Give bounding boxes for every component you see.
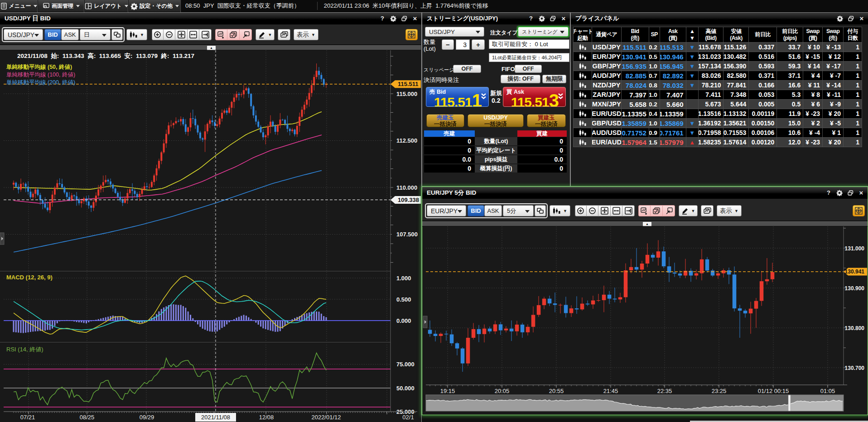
svg-text:20:05: 20:05: [495, 388, 510, 394]
svg-text:22:35: 22:35: [657, 388, 672, 394]
svg-text:115.511: 115.511: [398, 81, 419, 87]
svg-text:110.000: 110.000: [396, 184, 417, 191]
svg-text:131.000: 131.000: [845, 245, 865, 252]
svg-text:112.500: 112.500: [396, 137, 417, 144]
svg-text:115.000: 115.000: [396, 91, 417, 97]
svg-text:01/12 00:15: 01/12 00:15: [758, 388, 789, 394]
svg-text:50.000: 50.000: [396, 385, 415, 392]
svg-text:01:05: 01:05: [820, 388, 835, 394]
svg-text:2021/11/08: 2021/11/08: [201, 414, 230, 421]
svg-text:130.941: 130.941: [845, 269, 865, 275]
svg-text:107.500: 107.500: [396, 231, 418, 238]
svg-text:08/25: 08/25: [80, 414, 95, 421]
svg-text:130.700: 130.700: [845, 365, 865, 371]
svg-text:09/29: 09/29: [140, 414, 154, 421]
svg-text:109.338: 109.338: [398, 197, 419, 203]
svg-text:23:25: 23:25: [712, 388, 727, 394]
svg-text:02/1: 02/1: [402, 414, 414, 421]
svg-text:130.900: 130.900: [845, 285, 865, 292]
svg-text:1.000: 1.000: [396, 275, 411, 282]
svg-text:75.000: 75.000: [396, 361, 415, 368]
svg-text:2022/01/12: 2022/01/12: [311, 414, 341, 421]
svg-text:20:55: 20:55: [549, 388, 564, 394]
svg-text:130.800: 130.800: [845, 325, 865, 331]
svg-text:0.000: 0.000: [396, 317, 411, 324]
svg-text:19:15: 19:15: [440, 388, 455, 394]
svg-text:07/21: 07/21: [20, 414, 35, 421]
svg-text:12/08: 12/08: [259, 414, 274, 421]
svg-text:0.500: 0.500: [396, 296, 411, 303]
svg-text:21:45: 21:45: [603, 388, 618, 394]
